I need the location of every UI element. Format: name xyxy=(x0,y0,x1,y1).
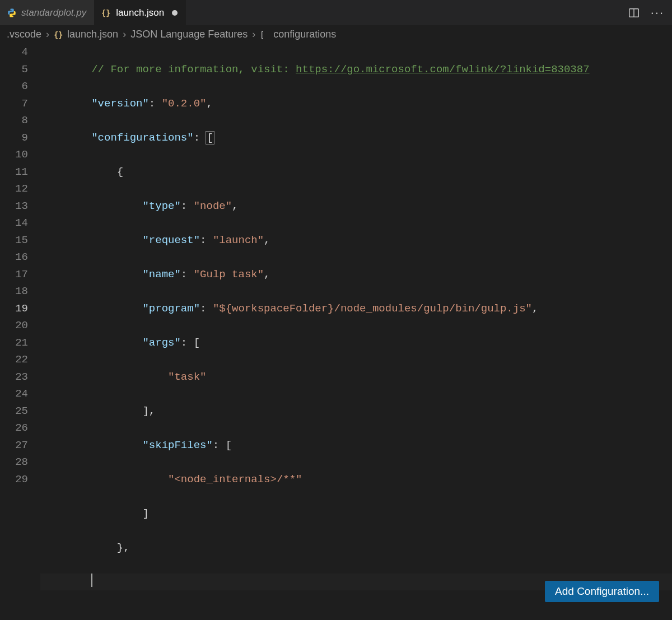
breadcrumb: .vscode › {} launch.json › JSON Language… xyxy=(0,25,672,44)
tabbar-right-actions: ··· xyxy=(627,6,672,20)
python-file-icon xyxy=(7,8,17,18)
breadcrumb-label: .vscode xyxy=(7,29,41,40)
breadcrumb-item-launchjson[interactable]: {} launch.json xyxy=(54,29,118,40)
json-file-icon: {} xyxy=(101,8,111,18)
code-link[interactable]: https://go.microsoft.com/fwlink/?linkid=… xyxy=(296,63,590,76)
breadcrumb-label: JSON Language Features xyxy=(130,29,248,40)
tab-label: standardplot.py xyxy=(21,7,86,18)
line-number-gutter: 4567 891011 12131415 161718 19 20212223 … xyxy=(0,44,40,620)
breadcrumb-separator-icon: › xyxy=(119,29,129,40)
tab-standardplot[interactable]: standardplot.py xyxy=(0,0,95,25)
tab-label: launch.json xyxy=(116,7,164,18)
code-editor[interactable]: 4567 891011 12131415 161718 19 20212223 … xyxy=(0,44,672,620)
breadcrumb-item-configurations[interactable]: [ ] configurations xyxy=(260,29,336,40)
code-comment: // For more information, visit: xyxy=(91,63,296,76)
tab-launchjson[interactable]: {} launch.json xyxy=(95,0,186,25)
breadcrumb-item-vscode[interactable]: .vscode xyxy=(7,29,41,40)
svg-text:{}: {} xyxy=(54,30,63,39)
array-icon: [ ] xyxy=(260,30,270,40)
breadcrumb-label: configurations xyxy=(273,29,336,40)
split-editor-icon[interactable] xyxy=(627,6,641,20)
svg-text:[ ]: [ ] xyxy=(260,30,270,39)
breadcrumb-separator-icon: › xyxy=(43,29,53,40)
svg-text:{}: {} xyxy=(101,8,110,17)
breadcrumb-separator-icon: › xyxy=(249,29,259,40)
code-content[interactable]: // For more information, visit: https://… xyxy=(40,44,672,620)
breadcrumb-item-jsonlang[interactable]: JSON Language Features xyxy=(130,29,248,40)
unsaved-indicator-icon xyxy=(172,10,178,16)
json-file-icon: {} xyxy=(54,30,64,40)
text-cursor xyxy=(91,574,92,587)
breadcrumb-label: launch.json xyxy=(67,29,118,40)
editor-tabbar: standardplot.py {} launch.json ··· xyxy=(0,0,672,25)
more-actions-icon[interactable]: ··· xyxy=(651,6,664,20)
add-configuration-button[interactable]: Add Configuration... xyxy=(545,581,659,602)
